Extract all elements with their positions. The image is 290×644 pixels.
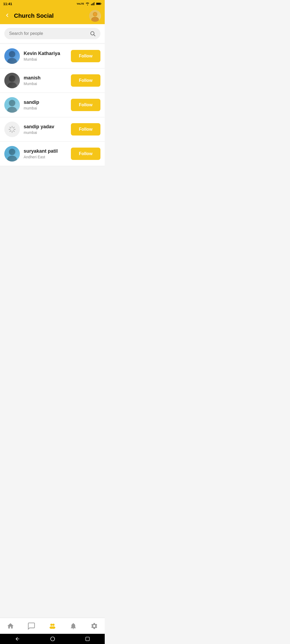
svg-rect-3 — [94, 2, 95, 5]
avatar-kevin[interactable] — [4, 48, 20, 64]
search-container — [0, 24, 105, 43]
svg-rect-5 — [101, 3, 101, 4]
back-button[interactable] — [4, 12, 11, 20]
follow-button-kevin[interactable]: Follow — [71, 50, 100, 62]
person-info-suryakant: suryakant patilAndheri East — [24, 148, 67, 159]
person-item-kevin: Kevin KathariyaMumbaiFollow — [0, 44, 105, 68]
app-header: Church Social — [0, 8, 105, 24]
status-icons: VoLTE — [77, 2, 102, 5]
follow-button-manish[interactable]: Follow — [71, 74, 100, 87]
status-time: 11:41 — [3, 2, 12, 6]
svg-point-19 — [9, 149, 15, 155]
svg-point-17 — [9, 100, 15, 106]
svg-rect-0 — [91, 4, 92, 5]
avatar-suryakant[interactable] — [4, 146, 20, 162]
svg-point-18 — [7, 107, 17, 113]
svg-rect-2 — [93, 3, 93, 5]
person-item-sandip: sandipmumbaiFollow — [0, 93, 105, 117]
avatar-sandip-yadav[interactable] — [4, 122, 20, 137]
follow-button-sandip-yadav[interactable]: Follow — [71, 123, 100, 136]
svg-point-14 — [7, 58, 17, 64]
avatar-sandip[interactable] — [4, 97, 20, 113]
person-name-sandip-yadav: sandip yadav — [24, 124, 67, 130]
svg-point-9 — [93, 12, 97, 16]
status-bar: 11:41 VoLTE — [0, 0, 105, 8]
follow-button-sandip[interactable]: Follow — [71, 99, 100, 111]
person-location-sandip: mumbai — [24, 106, 67, 110]
person-location-manish: Mumbai — [24, 82, 67, 86]
person-info-manish: manishMumbai — [24, 75, 67, 86]
svg-point-16 — [7, 82, 17, 88]
person-location-suryakant: Andheri East — [24, 155, 67, 159]
search-button[interactable] — [90, 31, 96, 36]
follow-button-suryakant[interactable]: Follow — [71, 148, 100, 160]
person-item-sandip-yadav: sandip yadavmumbaiFollow — [0, 117, 105, 142]
svg-line-12 — [94, 35, 95, 36]
volte-icon: VoLTE — [77, 2, 84, 5]
person-info-kevin: Kevin KathariyaMumbai — [24, 51, 67, 61]
person-item-manish: manishMumbaiFollow — [0, 68, 105, 93]
svg-point-20 — [7, 156, 17, 162]
search-input[interactable] — [9, 31, 87, 36]
header-avatar[interactable] — [89, 10, 101, 22]
signal-icon — [91, 2, 95, 5]
person-item-suryakant: suryakant patilAndheri EastFollow — [0, 142, 105, 166]
svg-point-13 — [9, 51, 15, 57]
avatar-manish[interactable] — [4, 73, 20, 88]
svg-rect-1 — [92, 3, 93, 5]
person-name-kevin: Kevin Kathariya — [24, 51, 67, 56]
svg-point-15 — [9, 75, 15, 82]
person-location-sandip-yadav: mumbai — [24, 130, 67, 135]
wifi-icon — [85, 2, 90, 5]
search-icon — [90, 31, 96, 36]
person-info-sandip-yadav: sandip yadavmumbai — [24, 124, 67, 135]
search-bar — [4, 28, 100, 39]
person-name-sandip: sandip — [24, 100, 67, 105]
battery-icon — [96, 2, 102, 5]
people-list: Kevin KathariyaMumbaiFollowmanishMumbaiF… — [0, 44, 105, 166]
person-name-suryakant: suryakant patil — [24, 148, 67, 154]
svg-rect-6 — [96, 3, 100, 5]
page-title: Church Social — [14, 12, 86, 19]
person-location-kevin: Mumbai — [24, 57, 67, 61]
person-info-sandip: sandipmumbai — [24, 100, 67, 110]
loading-spinner — [8, 125, 16, 134]
person-name-manish: manish — [24, 75, 67, 81]
